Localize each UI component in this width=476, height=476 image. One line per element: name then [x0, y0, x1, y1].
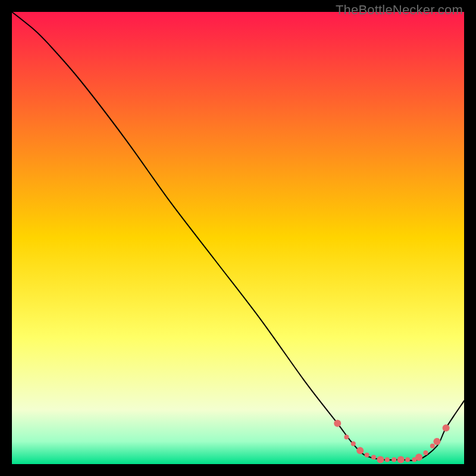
highlight-dot: [443, 424, 450, 431]
highlight-dot: [334, 420, 341, 427]
highlight-dot: [423, 450, 428, 455]
highlight-dot: [433, 438, 440, 445]
chart-svg: [12, 12, 464, 464]
highlight-dot: [365, 453, 369, 458]
highlight-dot: [385, 457, 390, 462]
highlight-dot: [415, 454, 422, 461]
watermark-text: TheBottleNecker.com: [336, 2, 463, 18]
highlight-dot: [344, 434, 349, 439]
highlight-dot: [371, 455, 376, 460]
highlight-dot: [377, 456, 384, 463]
highlight-dot: [405, 457, 410, 462]
chart-frame: [12, 12, 464, 464]
highlight-dot: [392, 457, 396, 462]
highlight-dot: [351, 441, 356, 446]
highlight-dot: [430, 444, 435, 449]
highlight-dot: [356, 447, 364, 454]
highlight-dot: [397, 456, 405, 463]
